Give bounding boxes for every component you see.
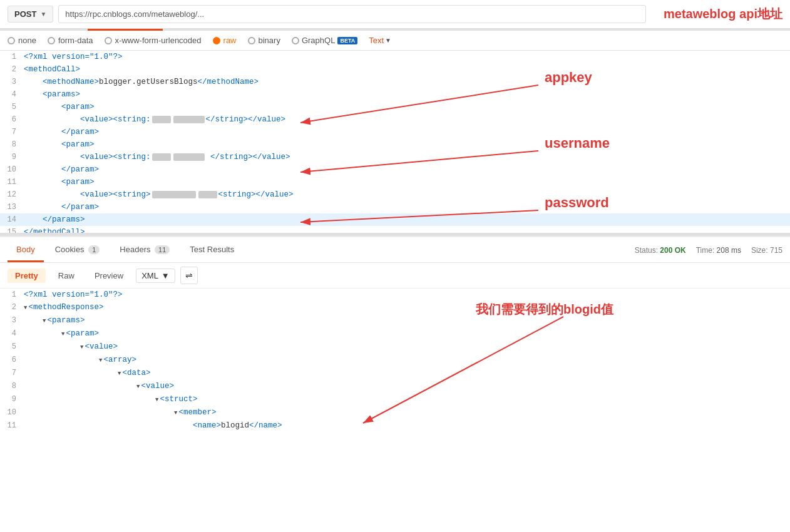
urlencoded-option[interactable]: x-www-form-urlencoded [105, 36, 202, 45]
resp-line-11: 11 <name>blogid</name> [0, 419, 790, 432]
pretty-button[interactable]: Pretty [8, 269, 46, 283]
tab-test-results[interactable]: Test Results [181, 238, 243, 262]
resp-line-1: 1 <?xml version="1.0"?> [0, 289, 790, 301]
code-line-12: 12 <value><string><string></value> [0, 188, 790, 201]
code-line-14: 14 </params> [0, 213, 790, 226]
binary-option[interactable]: binary [248, 36, 280, 45]
section-divider [0, 235, 790, 237]
text-format-link[interactable]: Text ▼ [369, 36, 391, 45]
text-format-label: Text [369, 36, 384, 45]
code-line-15: 15 </methodCall> [0, 226, 790, 235]
tab-cookies[interactable]: Cookies 1 [46, 238, 109, 262]
code-line-10: 10 </param> [0, 163, 790, 176]
raw-button[interactable]: Raw [51, 269, 82, 283]
headers-badge: 11 [155, 245, 170, 254]
raw-option[interactable]: raw [213, 36, 237, 45]
wrap-button[interactable]: ⇌ [180, 267, 198, 284]
tab-headers[interactable]: Headers 11 [111, 238, 178, 262]
urlencoded-radio[interactable] [105, 37, 112, 44]
body-type-bar: none form-data x-www-form-urlencoded raw… [0, 31, 790, 51]
method-arrow-icon: ▼ [40, 11, 46, 18]
code-line-7: 7 </param> [0, 126, 790, 138]
text-dropdown-icon[interactable]: ▼ [385, 37, 391, 44]
code-line-11: 11 <param> [0, 176, 790, 188]
none-radio[interactable] [8, 37, 15, 44]
method-label: POST [14, 9, 36, 19]
resp-line-9: 9 ▼<struct> [0, 393, 790, 406]
resp-line-2: 2 ▼<methodResponse> [0, 301, 790, 314]
code-line-3: 3 <methodName>blogger.getUsersBlogs</met… [0, 76, 790, 88]
code-line-5: 5 <param> [0, 101, 790, 113]
response-size: 715 [770, 246, 782, 255]
format-bar: Pretty Raw Preview XML ▼ ⇌ [0, 263, 790, 289]
request-code-editor[interactable]: 1 <?xml version="1.0"?> 2 <methodCall> 3… [0, 51, 790, 235]
status-bar: Status: 200 OK Time: 208 ms Size: 715 [635, 246, 782, 255]
resp-line-10: 10 ▼<member> [0, 406, 790, 419]
resp-line-6: 6 ▼<array> [0, 354, 790, 367]
xml-dropdown-icon[interactable]: ▼ [162, 271, 170, 280]
code-line-4: 4 <params> [0, 88, 790, 101]
resp-line-7: 7 ▼<data> [0, 367, 790, 380]
code-line-6: 6 <value><string:</string></value> [0, 113, 790, 126]
beta-badge: BETA [337, 37, 357, 44]
binary-radio[interactable] [248, 37, 255, 44]
code-line-13: 13 </param> [0, 201, 790, 213]
resp-line-3: 3 ▼<params> [0, 314, 790, 327]
size-label: Size: 715 [751, 246, 782, 255]
raw-radio[interactable] [213, 37, 220, 44]
response-code-editor[interactable]: 1 <?xml version="1.0"?> 2 ▼<methodRespon… [0, 289, 790, 432]
status-code: 200 OK [660, 246, 685, 255]
method-select[interactable]: POST ▼ [8, 6, 53, 23]
response-time: 208 ms [717, 246, 741, 255]
binary-label: binary [259, 36, 280, 45]
graphql-radio[interactable] [292, 37, 299, 44]
request-bar: POST ▼ metaweblog api地址 [0, 0, 790, 29]
status-label: Status: 200 OK [635, 246, 686, 255]
code-line-8: 8 <param> [0, 138, 790, 151]
resp-line-5: 5 ▼<value> [0, 340, 790, 354]
code-line-1: 1 <?xml version="1.0"?> [0, 51, 790, 63]
urlencoded-label: x-www-form-urlencoded [115, 36, 202, 45]
request-editor-wrapper: 1 <?xml version="1.0"?> 2 <methodCall> 3… [0, 51, 790, 235]
code-line-9: 9 <value><string: </string></value> [0, 151, 790, 163]
graphql-label: GraphQL [302, 36, 335, 45]
resp-line-4: 4 ▼<param> [0, 327, 790, 340]
none-option[interactable]: none [8, 36, 36, 45]
response-tabs-bar: Body Cookies 1 Headers 11 Test Results S… [0, 238, 790, 263]
tab-body[interactable]: Body [8, 238, 44, 262]
xml-label: XML [141, 271, 158, 280]
resp-line-8: 8 ▼<value> [0, 380, 790, 393]
form-data-radio[interactable] [48, 37, 55, 44]
cookies-badge: 1 [88, 245, 100, 254]
time-label: Time: 208 ms [696, 246, 741, 255]
url-input[interactable] [58, 5, 646, 23]
none-label: none [18, 36, 36, 45]
form-data-option[interactable]: form-data [48, 36, 93, 45]
graphql-option[interactable]: GraphQL BETA [292, 36, 357, 45]
raw-label: raw [223, 36, 237, 45]
form-data-label: form-data [58, 36, 93, 45]
resp-line-12: 12 ▼<value> [0, 432, 790, 432]
xml-format-select[interactable]: XML ▼ [136, 269, 175, 283]
preview-button[interactable]: Preview [87, 269, 131, 283]
code-line-2: 2 <methodCall> [0, 63, 790, 76]
api-address-annotation: metaweblog api地址 [664, 6, 782, 23]
